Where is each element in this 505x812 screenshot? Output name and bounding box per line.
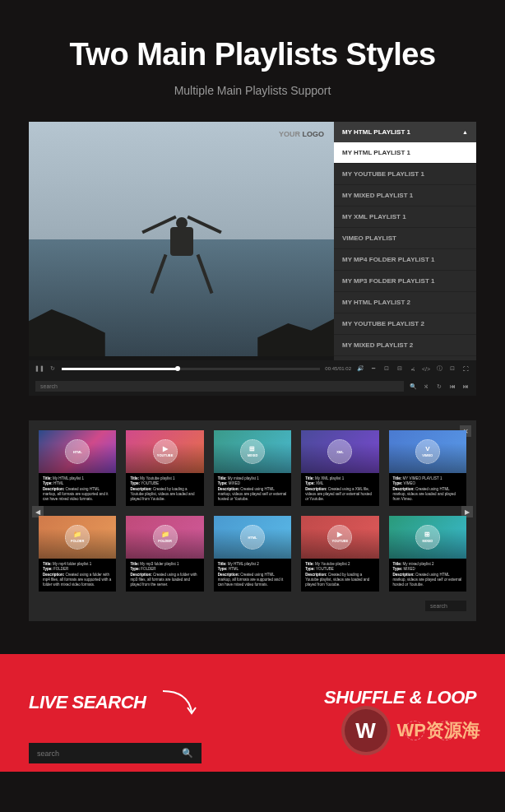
card-meta: Title: My HTML playlist 1 Type: HTML Des…: [39, 473, 116, 506]
playlist-item[interactable]: MY YOUTUBE PLAYLIST 1: [334, 164, 476, 185]
card-badge: HTML: [240, 525, 265, 550]
playlist-item[interactable]: MY MP3 FOLDER PLAYLIST 1: [334, 271, 476, 292]
card-badge: ⊞ MIXED: [415, 525, 440, 550]
player-section: YOUR LOGO MY HTML PLAYLIST 1 ▲ MY HTML P…: [29, 122, 476, 396]
search-icon[interactable]: 🔍: [182, 748, 193, 759]
playlist-dropdown-header[interactable]: MY HTML PLAYLIST 1 ▲: [334, 122, 476, 142]
playlist-item[interactable]: MY MP4 FOLDER PLAYLIST 1: [334, 249, 476, 271]
playlist-card[interactable]: ▶ YOUTUBE Title: My Youtube playlist 2 T…: [301, 516, 378, 592]
card-meta: Title: MY VIMEO PLAYLIST 1 Type: VIMEO D…: [389, 473, 466, 506]
playlist-card[interactable]: XML Title: My XML playlist 1 Type: XML D…: [301, 430, 378, 506]
card-meta: Title: My mp4 folder playlist 1 Type: FO…: [39, 559, 116, 592]
playlist-item[interactable]: MY XML PLAYLIST 1: [334, 206, 476, 228]
search-input[interactable]: [35, 381, 404, 392]
arrow-icon: [159, 687, 208, 720]
playlist-card[interactable]: HTML Title: My HTML playlist 2 Type: HTM…: [214, 516, 291, 592]
playlist-item[interactable]: MY XML PLAYLIST 2: [334, 356, 476, 360]
playlist-item[interactable]: MY MIXED PLAYLIST 2: [334, 335, 476, 356]
live-search-box: 🔍: [29, 743, 202, 763]
playlist-card[interactable]: 📁 FOLDER Title: My mp3 folder playlist 1…: [126, 516, 203, 592]
loop-button[interactable]: ↻: [435, 383, 443, 391]
card-badge: 📁 FOLDER: [65, 525, 90, 550]
playlist-card[interactable]: ⊞ MIXED Title: My mixed playlist 1 Type:…: [214, 430, 291, 506]
previous-button[interactable]: ⏮: [448, 383, 456, 391]
grid-search-input[interactable]: [425, 601, 466, 611]
playlist-item[interactable]: MY HTML PLAYLIST 2: [334, 292, 476, 313]
playlist-item[interactable]: MY MIXED PLAYLIST 1: [334, 185, 476, 206]
playlist-grid-section: ✕ ◀ ▶ HTML Title: My HTML playlist 1 Typ…: [29, 420, 476, 621]
card-meta: Title: My mp3 folder playlist 1 Type: FO…: [126, 559, 203, 592]
volume-slider[interactable]: ━: [369, 364, 378, 373]
shuffle-button[interactable]: ⤨: [422, 383, 430, 391]
card-badge: V VIMEO: [415, 439, 440, 464]
card-meta: Title: My Youtube playlist 1 Type: YOUTU…: [126, 473, 203, 506]
page-subtitle: Multiple Main Playlists Support: [16, 84, 489, 97]
playlist-panel: MY HTML PLAYLIST 1 ▲ MY HTML PLAYLIST 1M…: [334, 122, 476, 360]
playlist-item[interactable]: MY YOUTUBE PLAYLIST 2: [334, 313, 476, 335]
card-badge: XML: [327, 439, 352, 464]
settings-button[interactable]: ⊟: [396, 364, 404, 373]
card-meta: Title: My Youtube playlist 2 Type: YOUTU…: [301, 559, 378, 592]
mute-button[interactable]: 🔊: [356, 364, 364, 373]
playlist-card[interactable]: HTML Title: My HTML playlist 1 Type: HTM…: [39, 430, 116, 506]
playlist-item[interactable]: MY HTML PLAYLIST 1: [334, 142, 476, 164]
card-badge: 📁 FOLDER: [153, 525, 178, 550]
player-controls: ❚❚ ↻ 00:45/01:02 🔊 ━ ⊡ ⊟ ⪪ </> ⓘ ⊡ ⛶: [29, 360, 476, 377]
playlist-card[interactable]: ▶ YOUTUBE Title: My Youtube playlist 1 T…: [126, 430, 203, 506]
playlist-items: MY HTML PLAYLIST 1MY YOUTUBE PLAYLIST 1M…: [334, 142, 476, 360]
video-player[interactable]: YOUR LOGO: [29, 122, 334, 356]
cc-button[interactable]: ⊡: [382, 364, 391, 373]
card-meta: Title: My mixed playlist 1 Type: MIXED D…: [214, 473, 291, 506]
card-meta: Title: My XML playlist 1 Type: XML Descr…: [301, 473, 378, 506]
player-search-bar: 🔍 ⤨ ↻ ⏮ ⏭: [29, 377, 476, 396]
card-meta: Title: My HTML playlist 2 Type: HTML Des…: [214, 559, 291, 592]
brand-logo: YOUR LOGO: [279, 130, 324, 138]
pause-button[interactable]: ❚❚: [35, 364, 44, 373]
search-icon[interactable]: 🔍: [409, 383, 417, 391]
info-button[interactable]: ⓘ: [435, 364, 443, 373]
pip-button[interactable]: ⊡: [448, 364, 456, 373]
features-section: LIVE SEARCH 🔍 SHUFFLE & LOOP W WP资源海: [0, 654, 505, 772]
playlist-card[interactable]: V VIMEO Title: MY VIMEO PLAYLIST 1 Type:…: [389, 430, 466, 506]
live-search-title: LIVE SEARCH: [29, 687, 252, 720]
fullscreen-button[interactable]: ⛶: [461, 364, 470, 373]
card-badge: ⊞ MIXED: [240, 439, 265, 464]
progress-bar[interactable]: [62, 368, 320, 370]
watermark: W WP资源海: [341, 706, 480, 755]
card-meta: Title: My mixed playlist 2 Type: MIXED D…: [389, 559, 466, 592]
rewind-button[interactable]: ↻: [49, 364, 57, 373]
playlist-item[interactable]: VIMEO PLAYLIST: [334, 228, 476, 249]
card-badge: ▶ YOUTUBE: [153, 439, 178, 464]
chevron-up-icon: ▲: [462, 129, 468, 135]
share-button[interactable]: ⪪: [409, 364, 417, 373]
embed-button[interactable]: </>: [422, 364, 430, 373]
page-title: Two Main Playlists Styles: [16, 37, 489, 72]
live-search-input[interactable]: [37, 749, 182, 758]
card-badge: HTML: [65, 439, 90, 464]
playlist-card[interactable]: 📁 FOLDER Title: My mp4 folder playlist 1…: [39, 516, 116, 592]
card-badge: ▶ YOUTUBE: [327, 525, 352, 550]
time-display: 00:45/01:02: [325, 366, 351, 371]
next-button[interactable]: ⏭: [461, 383, 470, 391]
playlist-card[interactable]: ⊞ MIXED Title: My mixed playlist 2 Type:…: [389, 516, 466, 592]
